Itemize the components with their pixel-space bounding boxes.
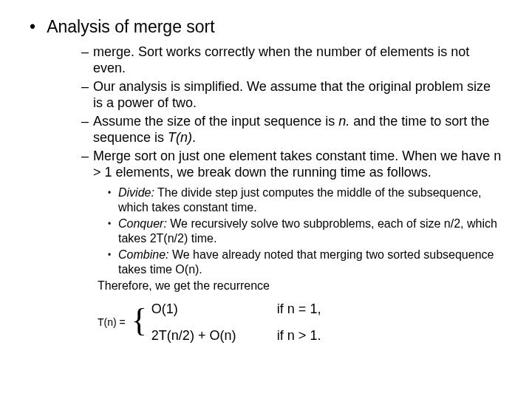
case-expr: O(1) [151, 301, 262, 318]
text: We recursively solve two subproblems, ea… [118, 217, 497, 245]
heading-text: Analysis of merge sort [47, 17, 215, 36]
heading-lvl1: • Analysis of merge sort [43, 16, 502, 38]
text: We have already noted that merging two s… [118, 248, 494, 276]
text: Assume the size of the input sequence is [93, 114, 338, 129]
text-italic: Divide: [118, 186, 154, 199]
case-cond: if n > 1. [277, 327, 366, 344]
text: Our analysis is simplified. We assume th… [93, 79, 491, 111]
case-cond: if n = 1, [277, 301, 366, 318]
text-italic: Combine: [118, 248, 168, 261]
brace-icon: { [132, 304, 147, 337]
slide: • Analysis of merge sort merge. Sort wor… [0, 0, 532, 359]
text: merge. Sort [93, 44, 166, 59]
recurrence-cases: O(1) if n = 1, 2T(n/2) + O(n) if n > 1. [151, 301, 366, 344]
list-item: Assume the size of the input sequence is… [81, 113, 502, 146]
list-item: Our analysis is simplified. We assume th… [81, 78, 502, 112]
text: The divide step just computes the middle… [118, 186, 482, 214]
list-item: Divide: The divide step just computes th… [108, 185, 502, 215]
therefore-line: Therefore, we get the recurrence [98, 279, 502, 293]
list-item: Merge sort on just one element takes con… [81, 148, 502, 181]
list-item: merge. Sort works correctly when the num… [81, 44, 502, 77]
text-italic: T(n) [168, 130, 192, 145]
text: . [192, 130, 196, 145]
list-lvl2: merge. Sort works correctly when the num… [81, 44, 502, 181]
case-expr: 2T(n/2) + O(n) [151, 327, 262, 344]
text: Therefore, we get the recurrence [98, 279, 270, 292]
text-italic: n. [338, 114, 349, 129]
text-italic: Conquer: [118, 217, 167, 230]
recurrence-block: T(n) = { O(1) if n = 1, 2T(n/2) + O(n) i… [98, 301, 502, 344]
list-item: Conquer: We recursively solve two subpro… [108, 216, 502, 246]
bullet-dot-icon: • [30, 16, 43, 38]
text: Merge sort on just one element takes con… [93, 149, 501, 180]
list-item: Combine: We have already noted that merg… [108, 248, 502, 277]
recurrence-lhs: T(n) = [98, 316, 126, 330]
list-lvl3: Divide: The divide step just computes th… [108, 185, 502, 277]
